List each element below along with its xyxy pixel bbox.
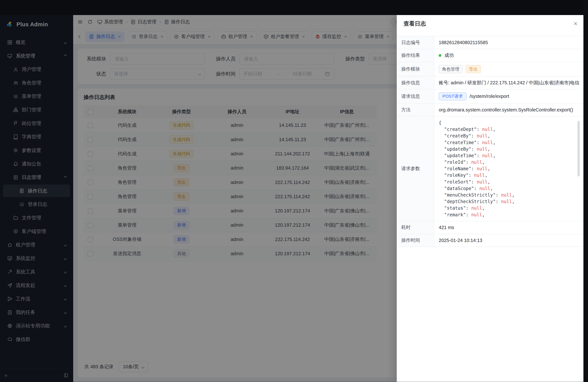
success-dot	[439, 54, 441, 57]
detail-value: 角色管理导出	[434, 62, 584, 76]
detail-text: 421 ms	[439, 225, 454, 230]
detail-row: 操作结果成功	[397, 49, 583, 62]
detail-text: 账号: admin / 研发部门 / 222.175.114.242 / 中国|…	[439, 80, 579, 86]
detail-value: 2025-01-24 10:14:13	[434, 234, 584, 247]
scrollbar[interactable]	[578, 120, 580, 217]
detail-value: 421 ms	[434, 221, 584, 234]
detail-label: 日志编号	[397, 36, 434, 49]
detail-row: 请求信息POST请求/system/role/export	[397, 89, 583, 104]
status-text: 成功	[444, 52, 454, 59]
detail-label: 操作信息	[397, 76, 434, 89]
detail-label: 方法	[397, 104, 434, 116]
json-code: { "createDept": null, "createBy": null, …	[439, 119, 580, 218]
log-details: 日志编号1882612840802115585操作结果成功操作模块角色管理导出操…	[397, 36, 583, 247]
scrollbar-thumb[interactable]	[578, 121, 580, 176]
json-params-box[interactable]: { "createDept": null, "createBy": null, …	[439, 119, 580, 218]
detail-row: 操作模块角色管理导出	[397, 62, 583, 77]
detail-label: 请求信息	[397, 89, 434, 103]
detail-row: 日志编号1882612840802115585	[397, 36, 583, 49]
detail-label: 操作结果	[397, 49, 434, 62]
drawer-title: 查看日志	[403, 20, 426, 27]
detail-row: 耗时421 ms	[397, 221, 583, 234]
detail-text: 2025-01-24 10:14:13	[439, 238, 482, 243]
window-scrollbar-gutter	[583, 0, 588, 382]
detail-label: 请求参数	[397, 116, 434, 221]
detail-text: org.dromara.system.controller.system.Sys…	[439, 107, 573, 113]
app-window: Plus Admin 概览系统管理用户管理角色管理菜单管理部门管理岗位管理字典管…	[0, 15, 588, 382]
detail-value: 成功	[434, 49, 584, 62]
drawer-header: 查看日志 ×	[397, 15, 583, 32]
detail-row: 操作时间2025-01-24 10:14:13	[397, 234, 583, 247]
detail-label: 操作时间	[397, 234, 434, 247]
detail-row: 请求参数{ "createDept": null, "createBy": nu…	[397, 116, 583, 221]
view-log-drawer: 查看日志 × 日志编号1882612840802115585操作结果成功操作模块…	[397, 15, 583, 382]
post-request-badge: POST请求	[439, 92, 466, 100]
detail-value: 账号: admin / 研发部门 / 222.175.114.242 / 中国|…	[434, 76, 584, 89]
detail-value: org.dromara.system.controller.system.Sys…	[434, 104, 584, 116]
detail-text: 1882612840802115585	[439, 40, 488, 45]
request-path: /system/role/export	[470, 94, 509, 99]
detail-row: 操作信息账号: admin / 研发部门 / 222.175.114.242 /…	[397, 76, 583, 89]
detail-value: { "createDept": null, "createBy": null, …	[434, 116, 584, 221]
detail-value: 1882612840802115585	[434, 36, 584, 49]
module-tag: 导出	[466, 65, 481, 73]
detail-row: 方法org.dromara.system.controller.system.S…	[397, 104, 583, 116]
detail-value: POST请求/system/role/export	[434, 89, 584, 103]
detail-label: 耗时	[397, 221, 434, 234]
page: { "app": {"name": "Plus Admin"}, "sideba…	[0, 0, 588, 382]
detail-label: 操作模块	[397, 62, 434, 76]
module-tag: 角色管理	[439, 65, 462, 73]
close-icon[interactable]: ×	[574, 20, 578, 27]
